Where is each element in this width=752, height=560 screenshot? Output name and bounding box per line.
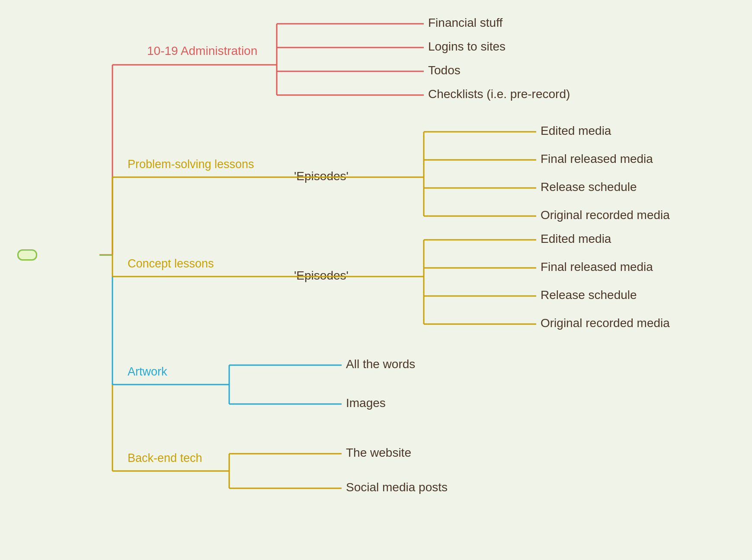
tree-label-7: 10-19 Administration — [147, 44, 257, 57]
tree-label-38: Final released media — [541, 260, 653, 274]
tree-label-12: Logins to sites — [428, 40, 506, 53]
tree-label-18: Problem-solving lessons — [128, 158, 254, 171]
tree-label-56: Social media posts — [346, 480, 448, 494]
tree-label-25: Final released media — [541, 152, 653, 165]
tree-label-42: Original recorded media — [541, 316, 670, 330]
tree-label-54: The website — [346, 446, 411, 459]
tree-label-51: Back-end tech — [128, 452, 202, 465]
tree-label-23: Edited media — [541, 124, 611, 137]
tree-label-49: Images — [346, 396, 386, 410]
tree-label-10: Financial stuff — [428, 16, 502, 29]
tree-label-47: All the words — [346, 357, 415, 371]
tree-label-32: 'Episodes' — [294, 269, 349, 282]
tree-label-16: Checklists (i.e. pre-record) — [428, 87, 570, 101]
root-node — [17, 249, 37, 261]
tree-label-19: 'Episodes' — [294, 169, 349, 183]
tree-label-27: Release schedule — [541, 180, 637, 194]
tree-label-14: Todos — [428, 64, 461, 77]
tree-label-29: Original recorded media — [541, 208, 670, 222]
tree-label-36: Edited media — [541, 232, 611, 245]
tree-label-40: Release schedule — [541, 288, 637, 302]
tree-label-44: Artwork — [128, 365, 167, 378]
tree-label-31: Concept lessons — [128, 257, 214, 270]
